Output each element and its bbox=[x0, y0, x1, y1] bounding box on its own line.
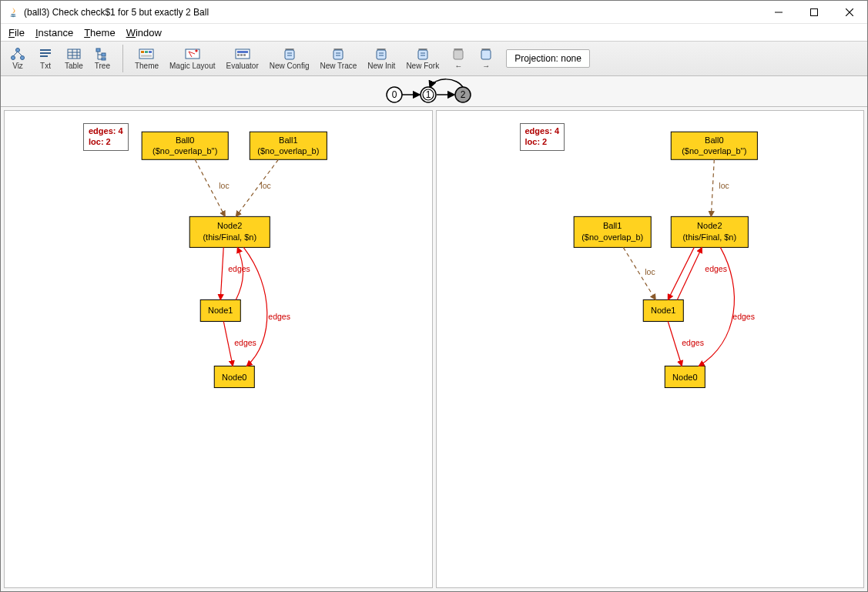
menubar: File Instance Theme Window bbox=[1, 24, 867, 41]
svg-text:edges: edges bbox=[268, 312, 290, 321]
svg-text:edges: edges bbox=[705, 264, 727, 273]
svg-rect-8 bbox=[139, 49, 153, 59]
svg-rect-23 bbox=[454, 50, 463, 59]
trace-state-2: 2 bbox=[455, 87, 471, 102]
svg-text:Ball0: Ball0 bbox=[176, 135, 194, 145]
svg-text:Node1: Node1 bbox=[651, 306, 675, 315]
toolbar-new-init[interactable]: New Init bbox=[364, 45, 399, 72]
svg-text:loc: loc bbox=[219, 181, 229, 190]
svg-rect-11 bbox=[149, 51, 152, 53]
toolbar-next[interactable]: → bbox=[474, 45, 498, 72]
new-trace-icon bbox=[330, 47, 347, 61]
node-ball0[interactable]: Ball0 ($no_overlap_b'') bbox=[142, 132, 228, 159]
toolbar-magic-layout[interactable]: Magic Layout bbox=[166, 45, 219, 72]
panel-right-info: edges: 4 loc: 2 bbox=[520, 123, 565, 151]
java-app-icon bbox=[7, 6, 19, 18]
toolbar: Viz Txt Table Tree Theme Magic Layout Ev… bbox=[1, 41, 867, 76]
svg-rect-21 bbox=[377, 50, 386, 59]
svg-text:edges: edges bbox=[732, 312, 755, 321]
titlebar: (ball3) Check check$1 for 5 but exactly … bbox=[1, 1, 867, 24]
svg-rect-6 bbox=[102, 53, 106, 56]
svg-text:Node2: Node2 bbox=[217, 221, 242, 230]
toolbar-viz[interactable]: Viz bbox=[5, 45, 30, 72]
node-ball1[interactable]: Ball1 ($no_overlap_b) bbox=[250, 132, 327, 159]
next-icon bbox=[478, 47, 494, 61]
svg-rect-18 bbox=[243, 54, 246, 56]
toolbar-tree[interactable]: Tree bbox=[90, 45, 115, 72]
menu-instance[interactable]: Instance bbox=[34, 26, 75, 39]
svg-text:2: 2 bbox=[460, 89, 465, 100]
svg-text:($no_overlap_b''): ($no_overlap_b'') bbox=[152, 146, 217, 156]
table-icon bbox=[65, 47, 82, 61]
svg-rect-7 bbox=[102, 58, 106, 60]
svg-text:edges: edges bbox=[682, 338, 704, 347]
new-init-icon bbox=[373, 47, 390, 61]
svg-text:Ball1: Ball1 bbox=[279, 135, 297, 145]
toolbar-new-fork[interactable]: New Fork bbox=[402, 45, 443, 72]
svg-text:loc: loc bbox=[719, 181, 729, 190]
toolbar-txt[interactable]: Txt bbox=[33, 45, 58, 72]
window-title: (ball3) Check check$1 for 5 but exactly … bbox=[24, 7, 209, 18]
toolbar-theme[interactable]: Theme bbox=[131, 45, 163, 72]
panels: edges: 4 loc: 2 Ball0 ($no_overlap_b'') bbox=[1, 107, 867, 591]
app-window: (ball3) Check check$1 for 5 but exactly … bbox=[0, 0, 868, 592]
svg-point-2 bbox=[12, 56, 15, 60]
svg-text:loc: loc bbox=[645, 267, 655, 276]
node-node0[interactable]: Node0 bbox=[665, 366, 705, 388]
panel-left[interactable]: edges: 4 loc: 2 Ball0 ($no_overlap_b'') bbox=[4, 110, 433, 588]
menu-file[interactable]: File bbox=[7, 26, 26, 39]
svg-rect-20 bbox=[333, 50, 343, 59]
toolbar-evaluator[interactable]: Evaluator bbox=[223, 45, 263, 72]
svg-rect-4 bbox=[68, 49, 80, 59]
node-node0[interactable]: Node0 bbox=[214, 366, 254, 388]
node-node1[interactable]: Node1 bbox=[643, 299, 683, 321]
evaluator-icon bbox=[234, 47, 251, 61]
projection-box[interactable]: Projection: none bbox=[506, 49, 590, 68]
svg-rect-5 bbox=[96, 48, 100, 52]
menu-window[interactable]: Window bbox=[125, 26, 163, 39]
node-node1[interactable]: Node1 bbox=[200, 299, 240, 321]
toolbar-prev[interactable]: ← bbox=[446, 45, 471, 72]
svg-text:0: 0 bbox=[391, 89, 397, 100]
viz-icon bbox=[9, 47, 26, 61]
trace-state-0: 0 bbox=[387, 87, 402, 102]
toolbar-table[interactable]: Table bbox=[61, 45, 87, 72]
theme-icon bbox=[138, 47, 155, 61]
svg-point-1 bbox=[16, 48, 20, 52]
node-ball0[interactable]: Ball0 ($no_overlap_b'') bbox=[671, 132, 757, 159]
svg-text:($no_overlap_b): ($no_overlap_b) bbox=[257, 146, 319, 156]
prev-icon bbox=[450, 47, 467, 61]
magic-layout-icon bbox=[184, 47, 201, 61]
svg-text:Node1: Node1 bbox=[208, 306, 233, 315]
svg-text:Node0: Node0 bbox=[222, 373, 246, 382]
panel-right[interactable]: edges: 4 loc: 2 Ball0 ($no_overlap_b'') bbox=[436, 110, 865, 588]
minimize-button[interactable] bbox=[761, 1, 796, 24]
svg-text:Node2: Node2 bbox=[697, 221, 722, 230]
svg-text:Ball0: Ball0 bbox=[705, 135, 723, 145]
new-config-icon bbox=[281, 47, 298, 61]
svg-text:1: 1 bbox=[425, 89, 431, 100]
close-button[interactable] bbox=[832, 1, 867, 24]
svg-text:($no_overlap_b''): ($no_overlap_b'') bbox=[682, 146, 746, 156]
toolbar-new-config[interactable]: New Config bbox=[266, 45, 313, 72]
svg-rect-17 bbox=[240, 54, 243, 56]
svg-rect-10 bbox=[145, 51, 148, 53]
svg-text:($no_overlap_b): ($no_overlap_b) bbox=[581, 232, 643, 242]
toolbar-separator bbox=[122, 45, 123, 72]
svg-text:(this/Final, $n): (this/Final, $n) bbox=[203, 232, 256, 242]
svg-rect-0 bbox=[811, 8, 818, 15]
svg-rect-22 bbox=[418, 50, 427, 59]
menu-theme[interactable]: Theme bbox=[82, 26, 116, 39]
toolbar-new-trace[interactable]: New Trace bbox=[316, 45, 360, 72]
svg-rect-9 bbox=[141, 51, 144, 53]
node-node2[interactable]: Node2 (this/Final, $n) bbox=[671, 216, 748, 247]
maximize-button[interactable] bbox=[796, 1, 832, 24]
node-node2[interactable]: Node2 (this/Final, $n) bbox=[189, 216, 270, 247]
svg-text:Ball1: Ball1 bbox=[602, 221, 621, 230]
svg-point-3 bbox=[21, 56, 25, 60]
node-ball1[interactable]: Ball1 ($no_overlap_b) bbox=[574, 216, 651, 247]
svg-text:(this/Final, $n): (this/Final, $n) bbox=[682, 232, 736, 242]
svg-text:edges: edges bbox=[234, 338, 256, 347]
txt-icon bbox=[37, 47, 54, 61]
trace-steps: 0 1 2 bbox=[1, 76, 867, 107]
